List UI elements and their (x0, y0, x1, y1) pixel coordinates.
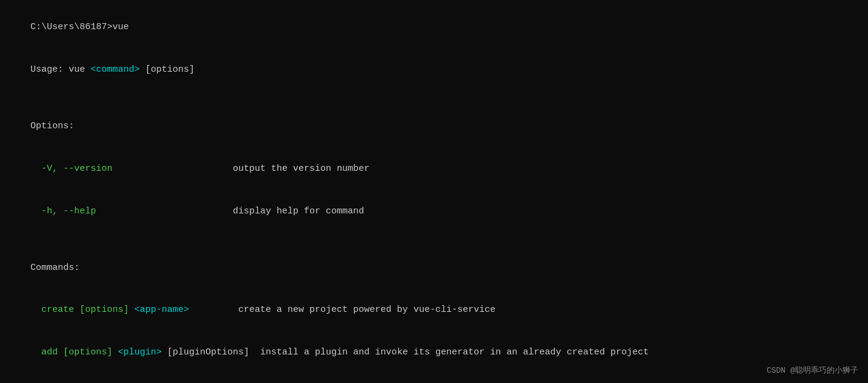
cmd-create-line: create [options] <app-name> create a new… (9, 289, 859, 331)
blank2 (9, 232, 859, 246)
option-v-line: -V, --version output the version number (9, 148, 859, 190)
options-header: Options: (9, 105, 859, 148)
usage-prefix: Usage: vue (30, 64, 91, 75)
prompt-text: C:\Users\86187>vue (30, 22, 129, 32)
usage-command: <command> (91, 64, 140, 75)
usage-options: [options] (140, 64, 195, 75)
option-h-line: -h, --help display help for command (9, 190, 859, 232)
option-h-desc: display help for command (227, 206, 364, 216)
usage-line: Usage: vue <command> [options] (9, 49, 859, 91)
blank1 (9, 91, 859, 105)
terminal-window: C:\Users\86187>vue Usage: vue <command> … (9, 6, 859, 377)
watermark: CSDN @聪明乖巧的小狮子 (766, 365, 858, 376)
commands-header: Commands: (9, 246, 859, 289)
cmd-invoke-line: invoke [options] <plugin> [pluginOptions… (9, 374, 859, 384)
option-h-flags: -h, --help (30, 206, 227, 216)
option-v-desc: output the version number (227, 164, 370, 174)
prompt-line: C:\Users\86187>vue (9, 6, 859, 49)
option-v-flags: -V, --version (30, 164, 227, 174)
cmd-add-line: add [options] <plugin> [pluginOptions] i… (9, 331, 859, 374)
